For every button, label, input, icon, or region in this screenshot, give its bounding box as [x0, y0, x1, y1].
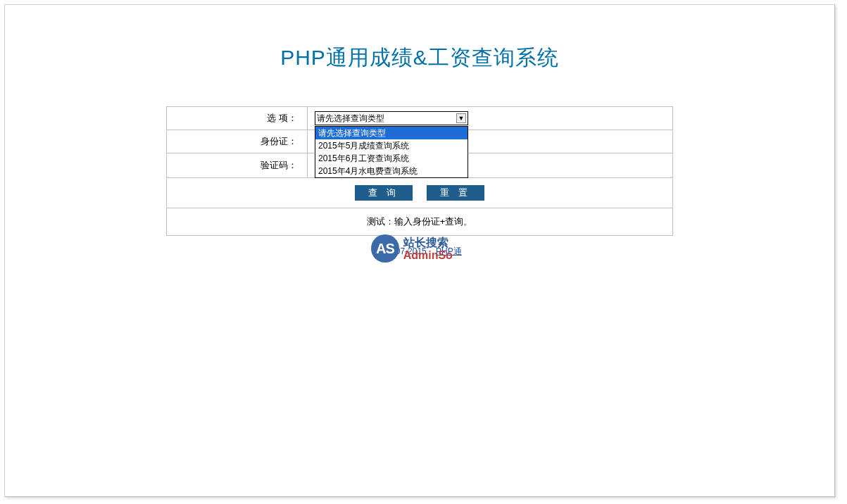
dropdown-option[interactable]: 2015年5月成绩查询系统 [315, 139, 468, 152]
query-form-table: 选 项： 请先选择查询类型 ▼ 请先选择查询类型 2015年5月成绩查询系统 2… [166, 106, 673, 236]
captcha-label: 验证码： [167, 153, 308, 178]
option-cell: 请先选择查询类型 ▼ 请先选择查询类型 2015年5月成绩查询系统 2015年6… [308, 107, 673, 130]
id-label: 身份证： [167, 130, 308, 153]
hint-text: 测试：输入身份证+查询。 [167, 208, 673, 236]
option-label: 选 项： [167, 107, 308, 130]
query-button[interactable]: 查 询 [355, 185, 413, 201]
footer: © 2007-2015 PHP通 [5, 236, 834, 258]
query-type-select[interactable]: 请先选择查询类型 ▼ [315, 111, 468, 125]
buttons-cell: 查 询 重 置 [167, 178, 673, 208]
row-option: 选 项： 请先选择查询类型 ▼ 请先选择查询类型 2015年5月成绩查询系统 2… [167, 107, 673, 130]
chevron-down-icon: ▼ [456, 113, 466, 123]
copyright-text: © 2007-2015 [377, 246, 427, 256]
query-type-dropdown: 请先选择查询类型 2015年5月成绩查询系统 2015年6月工资查询系统 201… [315, 126, 468, 178]
page-title-wrap: PHP通用成绩&工资查询系统 [5, 5, 834, 94]
footer-link[interactable]: PHP通 [436, 246, 462, 256]
select-value: 请先选择查询类型 [317, 113, 384, 123]
row-hint: 测试：输入身份证+查询。 [167, 208, 673, 236]
dropdown-option[interactable]: 2015年6月工资查询系统 [315, 152, 468, 165]
dropdown-option[interactable]: 2015年4月水电费查询系统 [315, 165, 468, 177]
page-container: PHP通用成绩&工资查询系统 选 项： 请先选择查询类型 ▼ 请先选择查询类型 … [4, 4, 835, 497]
reset-button[interactable]: 重 置 [427, 185, 484, 201]
page-title: PHP通用成绩&工资查询系统 [5, 44, 834, 73]
row-buttons: 查 询 重 置 [167, 178, 673, 208]
dropdown-option[interactable]: 请先选择查询类型 [315, 127, 468, 139]
